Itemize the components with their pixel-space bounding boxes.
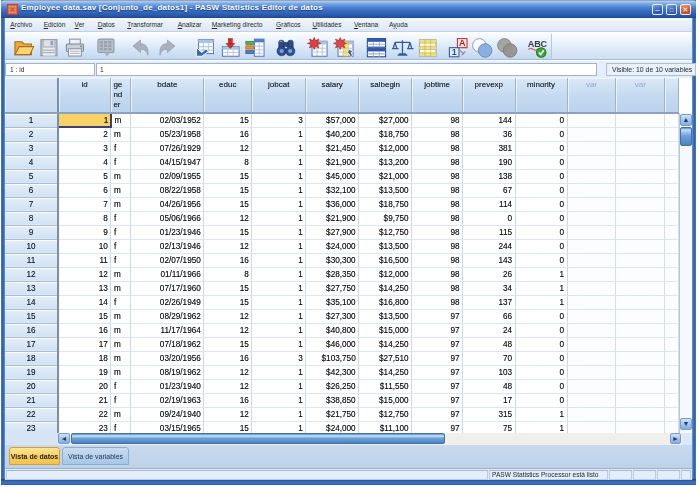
svg-text:ABC: ABC (528, 39, 548, 49)
svg-text:1: 1 (452, 47, 457, 57)
svg-text:A: A (459, 38, 466, 48)
